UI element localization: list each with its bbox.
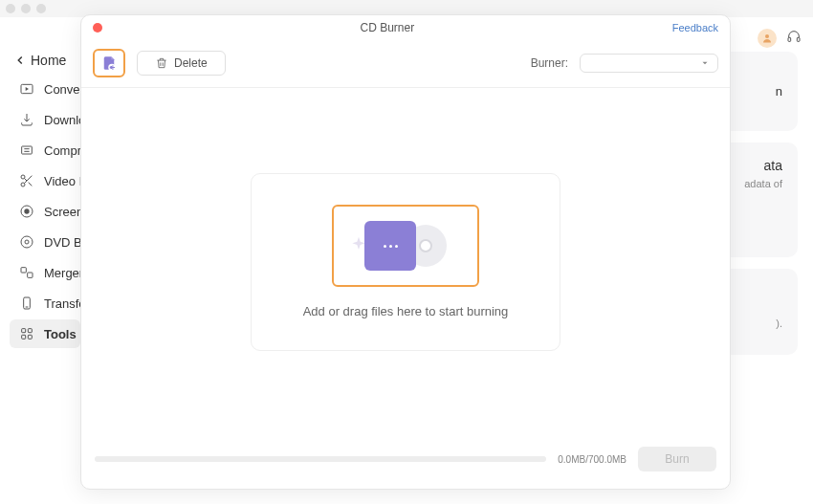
burner-select[interactable] (580, 54, 718, 73)
traffic-light-max[interactable] (36, 4, 46, 13)
add-file-button[interactable]: + (93, 49, 125, 77)
capacity-label: 0.0MB/700.0MB (558, 454, 626, 465)
svg-point-6 (21, 236, 33, 248)
header-icons (758, 29, 802, 48)
scissors-icon (19, 173, 34, 188)
transfer-icon (19, 296, 34, 311)
svg-rect-11 (22, 329, 26, 333)
trash-icon (155, 56, 168, 70)
modal-title-bar: CD Burner Feedback (81, 15, 730, 41)
back-home-button[interactable]: Home (13, 53, 66, 68)
download-icon (19, 112, 34, 127)
file-drop-zone[interactable]: Add or drag files here to start burning (251, 173, 560, 351)
file-plus-icon: + (100, 55, 118, 72)
cd-burner-modal: CD Burner Feedback + Delete Burner: (80, 14, 731, 490)
svg-point-2 (21, 175, 25, 179)
svg-rect-16 (788, 37, 791, 41)
burn-button[interactable]: Burn (638, 447, 716, 471)
svg-rect-9 (28, 273, 33, 277)
svg-point-7 (25, 240, 29, 244)
svg-text:+: + (111, 64, 116, 73)
svg-point-15 (765, 34, 769, 38)
file-graphic (364, 221, 416, 271)
sidebar-item-tools[interactable]: Tools (10, 319, 80, 348)
user-avatar[interactable] (758, 29, 777, 48)
sidebar-item-merger[interactable]: Merger (10, 258, 80, 287)
modal-toolbar: + Delete Burner: (81, 41, 730, 88)
disc-icon (19, 234, 34, 250)
delete-button[interactable]: Delete (137, 51, 226, 76)
burner-label: Burner: (531, 56, 568, 70)
sidebar-item-dvd-burner[interactable]: DVD Burner (10, 228, 80, 256)
merge-icon (19, 265, 34, 280)
sidebar-item-video-editor[interactable]: Video Editor (10, 166, 80, 195)
drop-zone-text: Add or drag files here to start burning (303, 304, 509, 318)
drop-zone-container: Add or drag files here to start burning (81, 88, 730, 435)
grid-icon (19, 326, 34, 341)
svg-rect-8 (21, 268, 26, 273)
sidebar-item-screen-recorder[interactable]: Screen Recorder (10, 197, 80, 226)
svg-point-3 (21, 183, 25, 186)
modal-close-button[interactable] (93, 23, 102, 33)
svg-point-5 (24, 208, 29, 213)
converter-icon (19, 81, 34, 97)
delete-label: Delete (174, 56, 208, 70)
sidebar-item-transfer[interactable]: Transfer (10, 289, 80, 318)
headset-icon (786, 29, 802, 44)
svg-rect-1 (22, 146, 33, 154)
svg-rect-14 (28, 335, 32, 339)
sidebar-item-converter[interactable]: Converter (10, 75, 80, 103)
svg-rect-12 (28, 329, 32, 333)
sidebar-item-label: Merger (44, 266, 83, 280)
compress-icon (19, 142, 34, 158)
feedback-link[interactable]: Feedback (672, 22, 718, 33)
sidebar: Converter Downloader Compressor Video Ed… (10, 75, 80, 348)
window-traffic-lights[interactable] (6, 4, 46, 13)
modal-footer: 0.0MB/700.0MB Burn (81, 435, 730, 489)
chevron-left-icon (13, 54, 27, 67)
chevron-down-icon (700, 58, 710, 68)
traffic-light-close[interactable] (6, 4, 15, 13)
record-icon (19, 204, 34, 219)
sidebar-item-downloader[interactable]: Downloader (10, 105, 80, 134)
user-icon (761, 33, 773, 44)
svg-rect-13 (22, 335, 26, 339)
drop-illustration (332, 205, 479, 287)
sidebar-item-label: Tools (44, 327, 77, 341)
home-label: Home (31, 53, 66, 68)
traffic-light-min[interactable] (21, 4, 31, 13)
modal-title: CD Burner (102, 21, 672, 34)
support-button[interactable] (786, 29, 802, 48)
svg-rect-17 (797, 37, 800, 41)
capacity-progress-bar (95, 456, 546, 462)
sidebar-item-compressor[interactable]: Compressor (10, 136, 80, 164)
